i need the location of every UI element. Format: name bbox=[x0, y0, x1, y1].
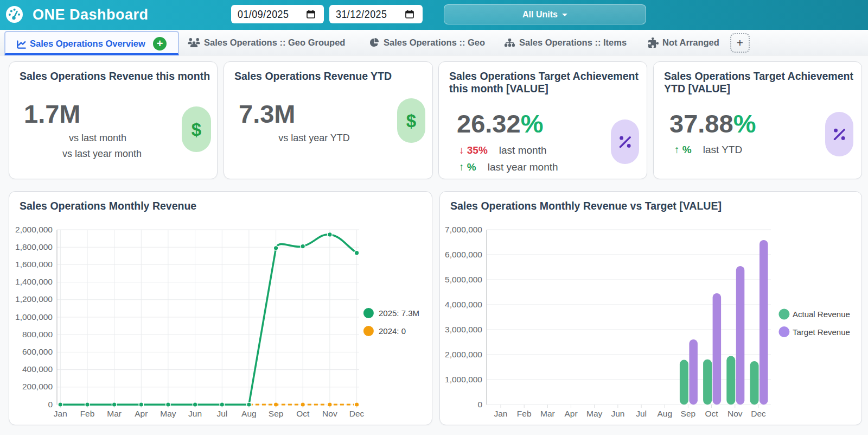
svg-text:Apr: Apr bbox=[135, 409, 148, 418]
svg-text:5,000,000: 5,000,000 bbox=[445, 275, 482, 284]
svg-text:Jul: Jul bbox=[216, 409, 227, 418]
svg-text:6,000,000: 6,000,000 bbox=[445, 250, 482, 259]
svg-text:Sep: Sep bbox=[681, 409, 696, 418]
svg-text:Jan: Jan bbox=[54, 409, 67, 418]
svg-text:Jun: Jun bbox=[188, 409, 202, 418]
svg-text:Feb: Feb bbox=[80, 409, 95, 418]
svg-text:Jun: Jun bbox=[611, 409, 624, 418]
svg-text:May: May bbox=[160, 409, 176, 418]
svg-text:0: 0 bbox=[48, 400, 53, 409]
svg-text:Apr: Apr bbox=[564, 409, 577, 418]
svg-text:400,000: 400,000 bbox=[22, 364, 53, 374]
svg-text:Oct: Oct bbox=[705, 409, 719, 418]
svg-text:800,000: 800,000 bbox=[22, 330, 53, 339]
svg-text:7,000,000: 7,000,000 bbox=[445, 225, 482, 234]
svg-text:Dec: Dec bbox=[751, 409, 766, 418]
svg-text:Aug: Aug bbox=[241, 409, 257, 418]
svg-text:2,000,000: 2,000,000 bbox=[445, 350, 482, 359]
svg-text:200,000: 200,000 bbox=[22, 382, 53, 391]
svg-text:Dec: Dec bbox=[349, 409, 365, 418]
svg-text:Mar: Mar bbox=[107, 409, 122, 418]
svg-text:Mar: Mar bbox=[540, 409, 555, 418]
svg-text:2,000,000: 2,000,000 bbox=[15, 225, 53, 234]
svg-text:Target Revenue: Target Revenue bbox=[793, 327, 850, 337]
svg-text:1,200,000: 1,200,000 bbox=[15, 294, 53, 304]
svg-text:1,400,000: 1,400,000 bbox=[15, 277, 53, 286]
svg-text:Aug: Aug bbox=[658, 409, 673, 418]
svg-text:Feb: Feb bbox=[517, 409, 532, 418]
svg-text:600,000: 600,000 bbox=[22, 347, 53, 356]
svg-text:Jan: Jan bbox=[494, 409, 508, 418]
svg-text:Nov: Nov bbox=[727, 409, 743, 418]
svg-text:2024: 0: 2024: 0 bbox=[379, 326, 406, 336]
svg-text:1,800,000: 1,800,000 bbox=[15, 242, 53, 251]
svg-text:May: May bbox=[586, 409, 603, 418]
svg-text:Nov: Nov bbox=[322, 409, 337, 418]
svg-text:Actual Revenue: Actual Revenue bbox=[793, 310, 850, 319]
svg-text:1,600,000: 1,600,000 bbox=[15, 260, 53, 269]
svg-text:3,000,000: 3,000,000 bbox=[445, 325, 482, 334]
svg-text:1,000,000: 1,000,000 bbox=[445, 375, 482, 384]
svg-text:4,000,000: 4,000,000 bbox=[445, 300, 482, 309]
svg-text:Oct: Oct bbox=[296, 409, 310, 418]
svg-text:2025: 7.3M: 2025: 7.3M bbox=[379, 308, 419, 318]
svg-text:Sep: Sep bbox=[269, 409, 284, 418]
svg-text:0: 0 bbox=[477, 400, 482, 409]
svg-text:Jul: Jul bbox=[636, 409, 647, 418]
svg-text:1,000,000: 1,000,000 bbox=[15, 312, 53, 321]
